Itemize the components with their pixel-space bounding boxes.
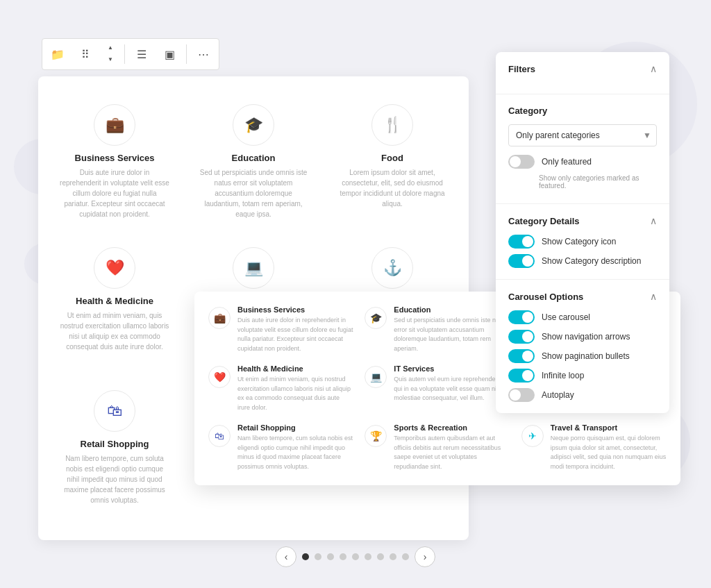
toggle-track: [508, 254, 535, 268]
pagination-dot-4[interactable]: [340, 553, 346, 560]
pagination-dot-2[interactable]: [315, 553, 321, 560]
overlay-icon-circle: 🏆: [365, 425, 387, 447]
list-item: 🏆 Sports & Recreation Temporibus autem q…: [365, 423, 510, 471]
show-description-row: Show Category description: [508, 254, 657, 268]
overlay-category-name: Health & Medicine: [237, 364, 353, 373]
briefcase-icon: 💼: [106, 116, 124, 134]
infinite-loop-toggle[interactable]: [508, 369, 535, 383]
autoplay-toggle[interactable]: [508, 388, 535, 402]
pagination-dot-8[interactable]: [390, 553, 396, 560]
pagination-dot-3[interactable]: [327, 553, 334, 560]
category-name: Retail Shopping: [81, 439, 149, 449]
list-item: 💼 Business Services Duis aute irure dolo…: [208, 305, 353, 353]
category-select[interactable]: Only parent categories All categories Fe…: [508, 124, 657, 146]
filters-section: Category Only parent categories All cate…: [496, 94, 669, 204]
infinite-loop-row: Infinite loop: [508, 369, 657, 383]
category-description: Nam libero tempore, cum soluta nobis est…: [59, 453, 170, 505]
updown-controls: ▲ ▼: [101, 42, 120, 67]
carousel-options-collapse-icon[interactable]: ∧: [650, 291, 657, 302]
pagination-dot-5[interactable]: [352, 553, 359, 560]
overlay-icon-circle: 🛍: [208, 425, 231, 447]
category-select-wrapper: Only parent categories All categories Fe…: [508, 124, 657, 146]
autoplay-label: Autoplay: [542, 390, 574, 400]
carousel-options-header: Carousel Options ∧: [508, 291, 657, 302]
it-icon: 💻: [244, 259, 263, 277]
show-pagination-label: Show pagination bullets: [542, 351, 630, 361]
panel-header-section: Filters ∧: [496, 52, 669, 94]
category-description: Duis aute irure dolor in reprehenderit i…: [59, 167, 170, 219]
block-button[interactable]: ▣: [157, 42, 182, 67]
category-description: Lorem ipsum dolor sit amet, consectetur,…: [337, 167, 448, 209]
category-description: Sed ut perspiciatis unde omnis iste natu…: [198, 167, 309, 219]
toggle-track: [508, 349, 535, 363]
toggle-track: [508, 310, 535, 324]
toggle-track: [508, 235, 535, 249]
only-featured-row: Only featured: [508, 155, 657, 169]
overlay-category-name: Education: [394, 305, 510, 314]
more-icon: ⋯: [198, 48, 209, 61]
pagination-dot-7[interactable]: [377, 553, 384, 560]
list-item: 🛍 Retail Shopping Nam libero tempore, cu…: [52, 383, 177, 512]
list-item: 🛍 Retail Shopping Nam libero tempore, cu…: [208, 423, 353, 471]
category-details-collapse-icon[interactable]: ∧: [650, 215, 657, 226]
category-icon-circle: 💼: [94, 104, 135, 146]
panel-collapse-icon[interactable]: ∧: [650, 63, 657, 74]
down-button[interactable]: ▼: [101, 53, 120, 65]
more-button[interactable]: ⋯: [191, 42, 216, 67]
pagination-dot-9[interactable]: [402, 553, 409, 560]
pagination-dot-6[interactable]: [365, 553, 371, 560]
health-icon: ❤️: [106, 259, 124, 277]
use-carousel-toggle[interactable]: [508, 310, 535, 324]
list-item: ❤️ Health & Medicine Ut enim ad minim ve…: [208, 364, 353, 412]
overlay-category-desc: Nam libero tempore, cum soluta nobis est…: [237, 434, 353, 471]
carousel-options-title: Carousel Options: [508, 292, 583, 302]
show-description-toggle[interactable]: [508, 254, 535, 268]
infinite-loop-label: Infinite loop: [542, 371, 584, 380]
category-icon-circle: ❤️: [94, 247, 135, 289]
list-icon: ☰: [137, 48, 147, 61]
show-icon-label: Show Category icon: [542, 237, 616, 246]
education-icon: 🎓: [244, 116, 263, 134]
prev-arrow[interactable]: ‹: [276, 546, 296, 567]
only-featured-sublabel: Show only categories marked as featured.: [539, 174, 657, 190]
up-button[interactable]: ▲: [101, 42, 120, 53]
folder-button[interactable]: 📁: [45, 42, 70, 67]
show-icon-row: Show Category icon: [508, 235, 657, 249]
overlay-category-name: Business Services: [237, 305, 353, 314]
overlay-category-name: Sports & Recreation: [394, 423, 510, 432]
grid-button[interactable]: ⠿: [73, 42, 98, 67]
pagination: ‹ ›: [0, 546, 711, 567]
filters-title: Category: [508, 106, 547, 116]
category-description: Ut enim ad minim veniam, quis nostrud ex…: [59, 310, 170, 352]
filters-header: Category: [508, 106, 657, 116]
toggle-track: [508, 155, 535, 169]
only-featured-toggle[interactable]: [508, 155, 535, 169]
show-description-label: Show Category description: [542, 256, 641, 266]
show-pagination-toggle[interactable]: [508, 349, 535, 363]
toggle-track: [508, 330, 535, 344]
list-item: 💻 IT Services Quis autem vel eum iure re…: [365, 364, 510, 412]
list-button[interactable]: ☰: [129, 42, 154, 67]
sports-icon: 🏆: [370, 430, 382, 442]
overlay-category-desc: Ut enim ad minim veniam, quis nostrud ex…: [237, 375, 353, 412]
use-carousel-label: Use carousel: [542, 312, 590, 322]
show-nav-toggle[interactable]: [508, 330, 535, 344]
overlay-icon-circle: 💼: [208, 307, 231, 329]
block-icon: ▣: [165, 48, 175, 61]
category-icon-circle: 🍴: [371, 104, 413, 146]
overlay-category-desc: Quis autem vel eum iure reprehenderit qu…: [394, 375, 510, 403]
panel-title: Filters: [508, 64, 535, 74]
list-item: 🎓 Education Sed ut perspiciatis unde omn…: [365, 305, 510, 353]
pagination-dot-1[interactable]: [302, 553, 309, 560]
it-icon: 💻: [370, 371, 382, 383]
show-icon-toggle[interactable]: [508, 235, 535, 249]
overlay-category-name: Travel & Transport: [551, 423, 667, 432]
next-arrow[interactable]: ›: [415, 546, 435, 567]
toggle-track: [508, 388, 535, 402]
overlay-icon-circle: ✈: [521, 425, 544, 447]
education-icon: 🎓: [370, 312, 382, 324]
overlay-category-desc: Temporibus autem quibusdam et aut offici…: [394, 434, 510, 471]
show-nav-label: Show navigation arrows: [542, 332, 630, 342]
settings-panel: Filters ∧ Category Only parent categorie…: [496, 52, 669, 413]
only-featured-label: Only featured: [542, 157, 592, 167]
